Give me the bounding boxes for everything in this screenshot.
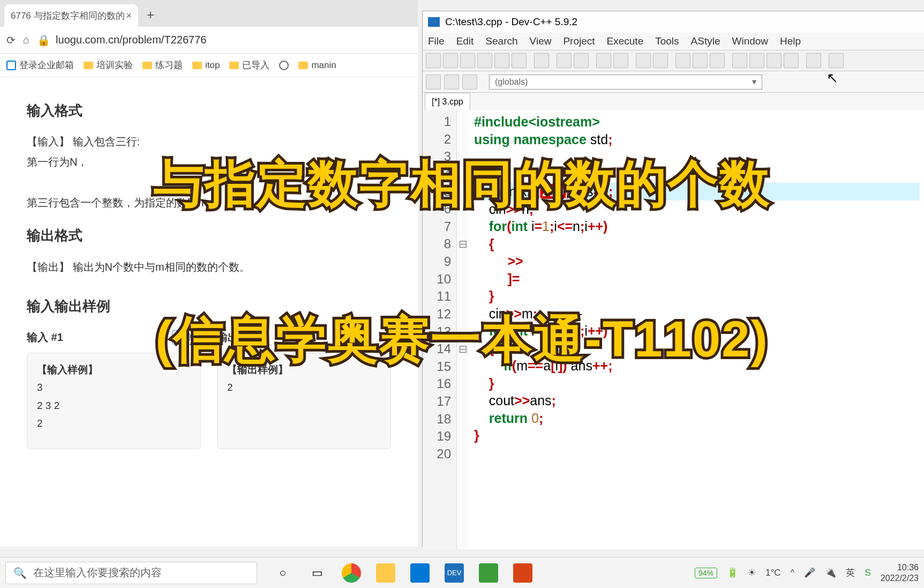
ime-icon[interactable]: 英 bbox=[846, 567, 855, 579]
widgets-icon[interactable]: ▭ bbox=[307, 563, 327, 583]
bookmark-icon[interactable] bbox=[462, 75, 477, 90]
code-area[interactable]: #include<iostream>using namespace std; i… bbox=[469, 110, 924, 549]
menu-edit[interactable]: Edit bbox=[456, 35, 474, 47]
folder-icon bbox=[84, 62, 93, 69]
weather-temp[interactable]: 1°C bbox=[765, 568, 781, 578]
run-icon[interactable] bbox=[653, 53, 668, 68]
url-text: luogu.com.cn/problem/T226776 bbox=[56, 34, 206, 46]
menu-help[interactable]: Help bbox=[780, 35, 801, 47]
delete-icon[interactable] bbox=[829, 53, 844, 68]
output-sample-label: 输出 #1 bbox=[217, 327, 253, 347]
problem-content: 输入格式 【输入】 输入包含三行: 第一行为N， 第三行包含一个整数，为指定的数… bbox=[0, 77, 418, 460]
bookmark-item[interactable]: manin bbox=[298, 60, 336, 71]
chrome-icon[interactable] bbox=[342, 563, 361, 583]
input-desc: 【输入】 输入包含三行: bbox=[27, 131, 391, 152]
close-file-icon[interactable] bbox=[494, 53, 509, 68]
redo-icon[interactable] bbox=[574, 53, 589, 68]
battery-icon[interactable]: 🔋 bbox=[727, 567, 738, 578]
browser-window: 6776 与指定数字相同的数的 × + ⟳ ⌂ 🔒 luogu.com.cn/p… bbox=[0, 0, 418, 547]
app-red-icon[interactable] bbox=[513, 563, 532, 583]
output-desc: 【输出】 输出为N个数中与m相同的数的个数。 bbox=[27, 257, 391, 277]
input-desc: 第三行包含一个整数，为指定的数字m。 bbox=[27, 192, 391, 213]
print-icon[interactable] bbox=[534, 53, 549, 68]
input-sample-box[interactable]: 【输入样例】 3 2 3 2 2 bbox=[27, 353, 201, 449]
grid3-icon[interactable] bbox=[767, 53, 782, 68]
bookmark-item[interactable]: itop bbox=[192, 60, 220, 71]
bookmark-item[interactable]: 登录企业邮箱 bbox=[6, 59, 74, 71]
window-title: C:\test\3.cpp - Dev-C++ 5.9.2 bbox=[445, 16, 577, 28]
taskview-icon[interactable]: ○ bbox=[273, 563, 292, 583]
devcpp-taskbar-icon[interactable]: DEV bbox=[445, 563, 464, 583]
fold-column[interactable]: ⊟ ⊟ bbox=[457, 110, 469, 549]
menu-search[interactable]: Search bbox=[485, 35, 517, 47]
devcpp-icon bbox=[428, 17, 440, 27]
line-gutter: 1234567891011121314151617181920 bbox=[423, 110, 457, 549]
grid2-icon[interactable] bbox=[749, 53, 764, 68]
explorer-icon[interactable] bbox=[376, 563, 395, 583]
code-editor[interactable]: 1234567891011121314151617181920 ⊟ ⊟ #inc… bbox=[423, 110, 924, 549]
battery-indicator[interactable]: 94% bbox=[695, 568, 717, 578]
save-all-icon[interactable] bbox=[477, 53, 492, 68]
menu-window[interactable]: Window bbox=[732, 35, 769, 47]
menu-execute[interactable]: Execute bbox=[607, 35, 644, 47]
new-tab-button[interactable]: + bbox=[147, 8, 154, 27]
grid4-icon[interactable] bbox=[784, 53, 799, 68]
reload-icon[interactable]: ⟳ bbox=[6, 34, 16, 47]
replace-icon[interactable] bbox=[613, 53, 628, 68]
weather-icon[interactable]: ☀ bbox=[748, 567, 756, 578]
menu-astyle[interactable]: AStyle bbox=[691, 35, 720, 47]
profile-icon[interactable] bbox=[710, 53, 725, 68]
taskbar-search[interactable]: 🔍 在这里输入你要搜索的内容 bbox=[5, 562, 257, 584]
check-icon[interactable] bbox=[806, 53, 821, 68]
lock-icon: 🔒 bbox=[37, 34, 50, 47]
browser-tab[interactable]: 6776 与指定数字相同的数的 × bbox=[4, 4, 138, 27]
home-icon[interactable]: ⌂ bbox=[23, 34, 29, 46]
browser-tabstrip: 6776 与指定数字相同的数的 × + bbox=[0, 0, 418, 27]
forward-icon[interactable] bbox=[444, 75, 459, 90]
bookmark-item[interactable] bbox=[279, 61, 289, 70]
search-placeholder: 在这里输入你要搜索的内容 bbox=[33, 565, 162, 580]
grid1-icon[interactable] bbox=[732, 53, 747, 68]
debug-icon[interactable] bbox=[675, 53, 690, 68]
microphone-icon[interactable]: 🎤 bbox=[804, 567, 815, 578]
url-field[interactable]: 🔒 luogu.com.cn/problem/T226776 bbox=[37, 34, 411, 47]
stop-icon[interactable] bbox=[693, 53, 708, 68]
open-icon[interactable] bbox=[443, 53, 458, 68]
bookmark-item[interactable]: 培训实验 bbox=[84, 59, 133, 71]
menu-file[interactable]: File bbox=[428, 35, 445, 47]
tab-title: 6776 与指定数字相同的数的 bbox=[11, 10, 125, 22]
app-icon[interactable] bbox=[410, 563, 430, 583]
output-sample-box[interactable]: 【输出样例】 2 bbox=[217, 353, 391, 449]
folder-icon bbox=[229, 62, 239, 69]
devcpp-window: C:\test\3.cpp - Dev-C++ 5.9.2 File Edit … bbox=[422, 11, 924, 547]
app-green-icon[interactable] bbox=[479, 563, 498, 583]
power-icon[interactable]: 🔌 bbox=[825, 567, 836, 578]
find-icon[interactable] bbox=[596, 53, 611, 68]
tray-chevron-icon[interactable]: ^ bbox=[790, 568, 794, 578]
close-icon[interactable]: × bbox=[126, 10, 132, 21]
menu-project[interactable]: Project bbox=[563, 35, 595, 47]
back-icon[interactable] bbox=[426, 75, 441, 90]
sogou-icon[interactable]: S bbox=[865, 568, 870, 578]
bookmark-item[interactable]: 已导入 bbox=[229, 59, 269, 71]
clock[interactable]: 10:36 2022/2/23 bbox=[881, 562, 919, 584]
folder-icon bbox=[298, 62, 308, 69]
search-icon: 🔍 bbox=[13, 567, 27, 579]
compile-icon[interactable] bbox=[636, 53, 651, 68]
globals-dropdown[interactable]: (globals) ▾ bbox=[489, 75, 762, 90]
menu-view[interactable]: View bbox=[530, 35, 552, 47]
bookmark-item[interactable]: 练习题 bbox=[142, 59, 183, 71]
editor-tab[interactable]: [*] 3.cpp bbox=[425, 93, 470, 110]
new-file-icon[interactable] bbox=[426, 53, 441, 68]
close-all-icon[interactable] bbox=[512, 53, 527, 68]
save-icon[interactable] bbox=[460, 53, 475, 68]
sample-heading: 输入输出样例 bbox=[27, 293, 391, 319]
output-format-heading: 输出格式 bbox=[27, 222, 391, 249]
folder-icon bbox=[192, 62, 202, 69]
menu-tools[interactable]: Tools bbox=[655, 35, 679, 47]
task-icons: ○ ▭ DEV bbox=[273, 563, 532, 583]
titlebar[interactable]: C:\test\3.cpp - Dev-C++ 5.9.2 bbox=[423, 11, 924, 33]
input-sample-label: 输入 #1 bbox=[27, 327, 63, 347]
copy-button[interactable]: 复制 bbox=[172, 330, 201, 345]
undo-icon[interactable] bbox=[557, 53, 572, 68]
